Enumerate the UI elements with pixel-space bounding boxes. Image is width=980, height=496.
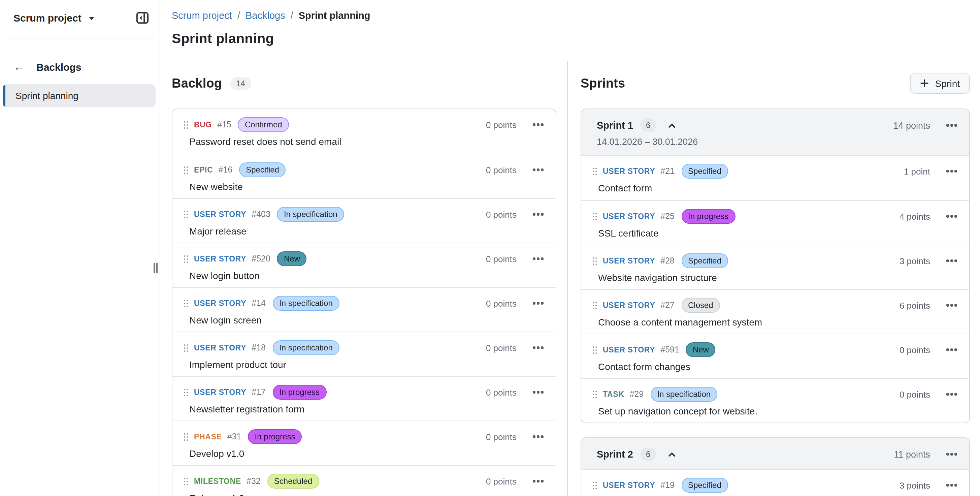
story-points[interactable]: 3 points xyxy=(899,256,930,266)
work-item-title[interactable]: Choose a content management system xyxy=(598,317,958,327)
work-item-title[interactable]: Release v1.0 xyxy=(189,493,545,496)
more-menu-button[interactable] xyxy=(945,298,958,312)
work-item-title[interactable]: Website navigation structure xyxy=(598,272,958,283)
work-item-id: #591 xyxy=(660,345,679,354)
work-item-title[interactable]: Password reset does not send email xyxy=(189,136,545,147)
drag-handle-icon[interactable] xyxy=(593,346,594,348)
work-item-title[interactable]: Set up navigation concept for website. xyxy=(598,406,958,416)
story-points[interactable]: 0 points xyxy=(486,387,517,397)
work-item-title[interactable]: Implement product tour xyxy=(189,359,545,370)
story-points[interactable]: 0 points xyxy=(486,209,517,219)
drag-handle-icon[interactable] xyxy=(184,389,185,390)
status-badge[interactable]: In progress xyxy=(248,429,302,444)
drag-handle-icon[interactable] xyxy=(184,121,185,123)
sprint-more-menu-button[interactable] xyxy=(945,119,958,132)
more-menu-button[interactable] xyxy=(945,164,958,178)
backlog-count-badge: 14 xyxy=(230,77,251,90)
more-menu-button[interactable] xyxy=(531,207,545,221)
back-arrow-icon[interactable]: ← xyxy=(13,61,25,72)
work-item-title[interactable]: New website xyxy=(189,181,545,192)
drag-handle-icon[interactable] xyxy=(184,344,185,346)
collapse-sprint-button[interactable] xyxy=(667,450,676,459)
status-badge[interactable]: In progress xyxy=(272,385,326,400)
drag-handle-icon[interactable] xyxy=(593,482,594,483)
sprint-total-points: 11 points xyxy=(894,449,930,459)
collapse-sidebar-button[interactable] xyxy=(134,10,150,26)
more-menu-button[interactable] xyxy=(531,386,545,399)
add-sprint-button[interactable]: Sprint xyxy=(910,73,970,94)
story-points[interactable]: 0 points xyxy=(486,298,517,308)
status-badge[interactable]: Specified xyxy=(681,478,728,493)
more-menu-button[interactable] xyxy=(531,252,545,266)
work-item-title[interactable]: New login button xyxy=(189,270,545,281)
status-badge[interactable]: Confirmed xyxy=(238,117,289,132)
work-item-top-row: MILESTONE#32Scheduled0 points xyxy=(179,474,545,489)
more-menu-button[interactable] xyxy=(531,118,545,131)
story-points[interactable]: 0 points xyxy=(486,343,517,353)
status-badge[interactable]: In specification xyxy=(272,296,339,311)
more-menu-button[interactable] xyxy=(945,388,958,401)
sidebar-resize-handle[interactable] xyxy=(154,263,158,273)
story-points[interactable]: 0 points xyxy=(899,345,930,355)
status-badge[interactable]: Specified xyxy=(239,163,286,177)
drag-handle-icon[interactable] xyxy=(593,302,594,303)
more-menu-button[interactable] xyxy=(531,474,545,488)
work-item-title[interactable]: Develop v1.0 xyxy=(189,448,545,459)
status-badge[interactable]: In progress xyxy=(681,209,735,224)
more-menu-button[interactable] xyxy=(945,210,958,223)
more-menu-button[interactable] xyxy=(531,430,545,443)
work-item-title[interactable]: Contact form changes xyxy=(598,361,958,372)
work-item-title[interactable]: Newsletter registration form xyxy=(189,403,545,415)
story-points[interactable]: 0 points xyxy=(486,120,517,130)
more-menu-button[interactable] xyxy=(531,163,545,177)
status-badge[interactable]: Specified xyxy=(681,254,728,268)
story-points[interactable]: 0 points xyxy=(486,432,517,442)
drag-handle-icon[interactable] xyxy=(593,168,594,169)
drag-handle-icon[interactable] xyxy=(593,391,594,392)
status-badge[interactable]: New xyxy=(277,251,307,266)
more-menu-button[interactable] xyxy=(945,478,958,492)
story-points[interactable]: 0 points xyxy=(486,476,517,486)
status-badge[interactable]: Scheduled xyxy=(267,474,319,489)
story-points[interactable]: 6 points xyxy=(899,300,930,310)
more-menu-button[interactable] xyxy=(531,341,545,354)
story-points[interactable]: 1 point xyxy=(904,166,930,176)
chevron-up-icon xyxy=(667,121,676,130)
breadcrumb-link-project[interactable]: Scrum project xyxy=(172,10,232,21)
more-menu-button[interactable] xyxy=(945,343,958,357)
drag-handle-icon[interactable] xyxy=(593,257,594,259)
status-badge[interactable]: Closed xyxy=(681,298,720,313)
work-item-title[interactable]: SSL certificate xyxy=(598,228,958,239)
status-badge[interactable]: In specification xyxy=(650,387,718,402)
sprint-more-menu-button[interactable] xyxy=(945,448,958,461)
work-item-top-row: EPIC#16Specified0 points xyxy=(179,163,545,177)
collapse-sprint-button[interactable] xyxy=(667,121,676,130)
ellipsis-icon xyxy=(537,436,539,438)
chevron-up-icon xyxy=(667,450,676,459)
drag-handle-icon[interactable] xyxy=(184,433,185,435)
drag-handle-icon[interactable] xyxy=(593,213,594,214)
work-item-title[interactable]: Major release xyxy=(189,226,545,236)
drag-handle-icon[interactable] xyxy=(184,166,185,168)
status-badge[interactable]: Specified xyxy=(681,164,728,179)
status-badge[interactable]: In specification xyxy=(277,207,344,222)
work-item-title[interactable]: New login screen xyxy=(189,315,545,325)
more-menu-button[interactable] xyxy=(531,297,545,310)
story-points[interactable]: 4 points xyxy=(899,211,930,222)
story-points[interactable]: 0 points xyxy=(486,165,517,175)
drag-handle-icon[interactable] xyxy=(184,255,185,257)
drag-handle-icon[interactable] xyxy=(184,211,185,212)
status-badge[interactable]: New xyxy=(686,342,716,357)
story-points[interactable]: 0 points xyxy=(486,254,517,264)
more-menu-button[interactable] xyxy=(945,254,958,268)
project-switcher[interactable]: Scrum project xyxy=(0,9,160,26)
breadcrumb-link-backlogs[interactable]: Backlogs xyxy=(245,10,285,21)
story-points[interactable]: 3 points xyxy=(899,480,930,490)
drag-handle-icon[interactable] xyxy=(184,300,185,301)
drag-handle-icon[interactable] xyxy=(184,478,185,479)
status-badge[interactable]: In specification xyxy=(272,340,339,355)
work-item-row: USER STORY#520New0 pointsNew login butto… xyxy=(172,242,556,287)
sidebar-item-sprint-planning[interactable]: Sprint planning xyxy=(3,84,156,107)
story-points[interactable]: 0 points xyxy=(899,389,930,399)
work-item-title[interactable]: Contact form xyxy=(598,183,958,193)
